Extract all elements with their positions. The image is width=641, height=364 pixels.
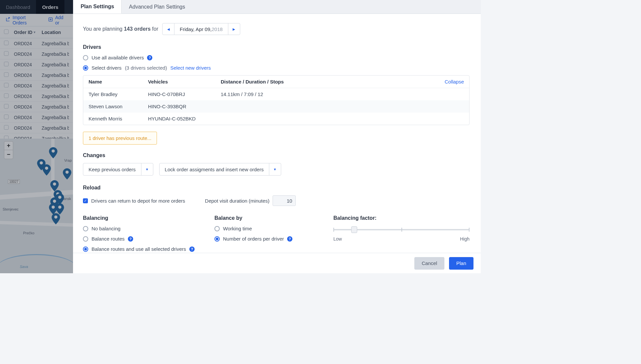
date-value[interactable]: Friday, Apr 09, 2018 [174, 23, 228, 35]
modal-tabs: Plan Settings Advanced Plan Settings [73, 0, 481, 14]
driver-row[interactable]: Tyler BradleyHINO-C-070BRJ14.11km / 7:09… [83, 88, 469, 100]
changes-section-title: Changes [83, 152, 470, 158]
drivers-selected-count: (3 drivers selected) [125, 65, 167, 71]
radio-balance-full[interactable] [83, 247, 88, 252]
modal-body: You are planning 143 orders for Friday, … [73, 14, 481, 253]
radio-balance-routes[interactable] [83, 236, 88, 242]
select-lock-assignments[interactable]: Lock order assigments and insert new ord… [159, 163, 281, 176]
label-balance-full: Balance routes and use all selected driv… [92, 246, 186, 252]
balanceby-section-title: Balance by [214, 215, 314, 221]
drivers-table: Name Vehicles Distance / Duration / Stop… [83, 75, 470, 125]
cancel-button[interactable]: Cancel [414, 257, 444, 270]
driver-vehicle: HYUNDAI-C-052BKD [148, 116, 221, 121]
slider-low-label: Low [333, 236, 342, 242]
radio-select-drivers[interactable] [83, 65, 88, 71]
driver-row[interactable]: Steven LawsonHINO-C-393BQR [83, 100, 469, 113]
th-name: Name [89, 79, 148, 84]
select-keep-previous-value: Keep previous orders [83, 163, 141, 175]
driver-stats [221, 116, 464, 121]
date-next-button[interactable] [228, 23, 240, 35]
balancing-section-title: Balancing [83, 215, 195, 221]
input-depot-duration[interactable] [273, 195, 296, 206]
driver-name: Steven Lawson [89, 104, 148, 109]
radio-by-working-time[interactable] [214, 226, 220, 231]
date-bold: Friday, Apr 09, [180, 26, 211, 32]
radio-no-balancing[interactable] [83, 226, 88, 231]
label-use-all-drivers: Use all available drivers [92, 55, 144, 60]
driver-vehicle: HINO-C-393BQR [148, 104, 221, 109]
planning-for: for [151, 26, 158, 32]
driver-stats [221, 104, 464, 109]
driver-stats: 14.11km / 7:09 / 12 [221, 91, 464, 97]
date-prev-button[interactable] [163, 23, 174, 35]
help-icon[interactable]: ? [189, 247, 195, 252]
driver-name: Kenneth Morris [89, 116, 148, 121]
select-new-drivers-link[interactable]: Select new drivers [170, 65, 211, 71]
planning-count: 143 orders [124, 26, 151, 32]
planning-summary: You are planning 143 orders for Friday, … [83, 23, 470, 35]
label-no-balancing: No balancing [92, 226, 121, 231]
modal-footer: Cancel Plan [73, 253, 481, 273]
driver-row[interactable]: Kenneth MorrisHYUNDAI-C-052BKD [83, 113, 469, 125]
planning-prefix: You are planning [83, 26, 124, 32]
label-return-depot: Drivers can return to depot for more ord… [91, 198, 185, 204]
checkbox-return-depot[interactable]: ✓ [83, 198, 88, 203]
help-icon[interactable]: ? [128, 236, 133, 242]
balancing-factor-title: Balancing factor: [333, 215, 470, 221]
date-picker: Friday, Apr 09, 2018 [162, 23, 240, 35]
select-lock-assignments-value: Lock order assigments and insert new ord… [160, 163, 269, 175]
collapse-link[interactable]: Collapse [445, 79, 464, 84]
tab-advanced-plan-settings[interactable]: Advanced Plan Settings [122, 0, 192, 14]
driver-vehicle: HINO-C-070BRJ [148, 91, 221, 97]
chevron-down-icon [141, 163, 153, 175]
balancing-factor-slider[interactable] [333, 226, 470, 234]
th-vehicles: Vehicles [148, 79, 221, 84]
tab-plan-settings[interactable]: Plan Settings [73, 0, 122, 14]
radio-use-all-drivers[interactable] [83, 55, 88, 60]
driver-name: Tyler Bradley [89, 91, 148, 97]
label-by-working-time: Working time [223, 226, 252, 231]
label-balance-routes: Balance routes [92, 236, 125, 242]
date-year: 2018 [211, 26, 222, 32]
drivers-section-title: Drivers [83, 44, 470, 50]
chevron-down-icon [269, 163, 281, 175]
label-depot-duration: Depot visit duration (minutes) [205, 198, 269, 204]
plan-button[interactable]: Plan [449, 257, 473, 270]
prev-route-warning[interactable]: 1 driver has previous route... [83, 132, 157, 145]
plan-settings-modal: Plan Settings Advanced Plan Settings You… [73, 0, 481, 273]
drivers-table-header: Name Vehicles Distance / Duration / Stop… [83, 76, 469, 88]
select-keep-previous[interactable]: Keep previous orders [83, 163, 153, 176]
slider-high-label: High [460, 236, 470, 242]
reload-section-title: Reload [83, 185, 470, 191]
th-distance: Distance / Duration / Stops [221, 79, 445, 84]
slider-thumb[interactable] [351, 226, 357, 233]
help-icon[interactable]: ? [287, 236, 292, 242]
label-select-drivers: Select drivers [92, 65, 122, 71]
help-icon[interactable]: ? [147, 55, 152, 60]
radio-by-orders[interactable] [214, 236, 220, 242]
label-by-orders: Number of orders per driver [223, 236, 284, 242]
